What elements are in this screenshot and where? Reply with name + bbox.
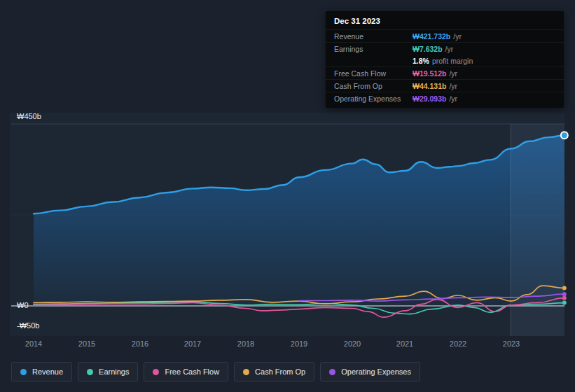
tooltip-label: Free Cash Flow (334, 69, 413, 78)
tooltip-row-cash-from-op: Cash From Op ₩44.131b /yr (326, 79, 564, 92)
earnings-dot-icon (87, 369, 93, 375)
tooltip-value: ₩44.131b (413, 82, 446, 90)
earnings-end-dot (562, 301, 567, 305)
legend-label: Revenue (32, 368, 63, 376)
x-axis-label-2020: 2020 (344, 340, 361, 348)
legend-item-operating-expenses[interactable]: Operating Expenses (320, 362, 420, 382)
free-cash-flow-end-dot (562, 296, 567, 300)
y-axis-label-450b: ₩450b (17, 112, 41, 120)
tooltip-suffix: /yr (449, 69, 457, 78)
tooltip-row-revenue: Revenue ₩421.732b /yr (326, 29, 564, 42)
x-axis-label-2017: 2017 (184, 340, 201, 348)
x-axis-label-2022: 2022 (450, 340, 466, 348)
x-axis-label-2019: 2019 (291, 340, 307, 348)
tooltip-suffix: /yr (453, 32, 462, 41)
x-axis-label-2021: 2021 (396, 340, 413, 348)
y-axis-label-0: ₩0 (17, 301, 29, 309)
tooltip-row-earnings: Earnings ₩7.632b /yr (326, 42, 564, 55)
tooltip-value: ₩7.632b (413, 45, 443, 53)
legend-item-free-cash-flow[interactable]: Free Cash Flow (144, 362, 228, 382)
tooltip-label: Cash From Op (334, 82, 413, 90)
chart-legend: Revenue Earnings Free Cash Flow Cash Fro… (11, 362, 420, 382)
x-axis-label-2015: 2015 (78, 340, 95, 348)
tooltip-value: ₩421.732b (413, 32, 450, 41)
tooltip-value: ₩19.512b (413, 69, 446, 78)
tooltip-row-profit-margin: 1.8% profit margin (326, 55, 564, 66)
legend-label: Cash From Op (255, 368, 305, 376)
revenue-dot-icon (20, 369, 27, 375)
tooltip-label: Revenue (334, 32, 413, 41)
legend-label: Free Cash Flow (165, 368, 219, 376)
x-axis-label-2016: 2016 (132, 340, 148, 348)
tooltip-row-free-cash-flow: Free Cash Flow ₩19.512b /yr (326, 66, 564, 79)
tooltip-suffix: profit margin (432, 57, 473, 65)
tooltip-label: Earnings (334, 45, 413, 53)
revenue-end-dot (561, 132, 568, 139)
operating-expenses-end-dot (562, 292, 567, 296)
tooltip-suffix: /yr (449, 82, 457, 90)
x-axis-label-2023: 2023 (503, 340, 520, 348)
tooltip-suffix: /yr (445, 45, 454, 53)
operating-expenses-dot-icon (329, 369, 335, 375)
cash-from-op-dot-icon (243, 369, 249, 375)
tooltip-label: Operating Expenses (334, 94, 413, 103)
y-axis-label-neg50b: -₩50b (17, 321, 39, 330)
x-axis-label-2018: 2018 (237, 340, 254, 348)
legend-label: Operating Expenses (341, 368, 411, 376)
legend-item-cash-from-op[interactable]: Cash From Op (234, 362, 314, 382)
free-cash-flow-dot-icon (153, 369, 159, 375)
tooltip-date: Dec 31 2023 (326, 11, 564, 29)
data-tooltip: Dec 31 2023 Revenue ₩421.732b /yr Earnin… (326, 11, 564, 108)
tooltip-value: ₩29.093b (413, 94, 446, 103)
x-axis-label-2014: 2014 (25, 340, 42, 348)
tooltip-suffix: /yr (449, 94, 457, 103)
legend-item-revenue[interactable]: Revenue (11, 362, 72, 382)
legend-label: Earnings (99, 368, 129, 376)
financial-history-chart: ₩450b ₩0 -₩50b 2014 2015 2016 2017 2018 … (0, 0, 575, 392)
tooltip-value: 1.8% (413, 57, 429, 65)
cash-from-op-end-dot (562, 286, 567, 290)
legend-item-earnings[interactable]: Earnings (78, 362, 138, 382)
tooltip-row-operating-expenses: Operating Expenses ₩29.093b /yr (326, 92, 564, 104)
